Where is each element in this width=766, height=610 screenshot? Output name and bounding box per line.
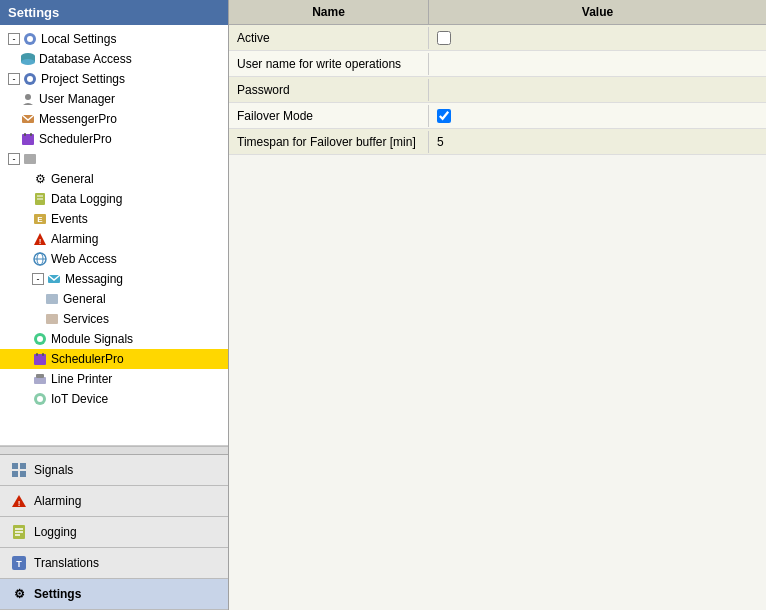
svg-text:!: ! — [18, 499, 21, 508]
expand-project-settings[interactable]: - — [8, 73, 20, 85]
signals-nav-icon — [10, 461, 28, 479]
svg-point-34 — [37, 396, 43, 402]
database-access-label: Database Access — [39, 52, 132, 66]
col-header-name: Name — [229, 0, 429, 24]
nav-btn-translations[interactable]: T Translations — [0, 548, 228, 579]
scrollbar[interactable] — [0, 446, 228, 454]
tree-item-events[interactable]: E Events — [0, 209, 228, 229]
svg-rect-25 — [46, 314, 58, 324]
tree-item-database-access[interactable]: Database Access — [0, 49, 228, 69]
settings-header: Settings — [0, 0, 228, 25]
svg-rect-24 — [46, 294, 58, 304]
scheduler-icon — [32, 351, 48, 367]
nav-btn-alarming[interactable]: ! Alarming — [0, 486, 228, 517]
log-nav-icon — [10, 523, 28, 541]
table-header: Name Value — [229, 0, 766, 25]
svg-rect-35 — [12, 463, 18, 469]
tree-item-alarming[interactable]: ! Alarming — [0, 229, 228, 249]
svg-rect-29 — [36, 353, 38, 356]
row-failover-value — [429, 105, 766, 127]
log-icon — [32, 191, 48, 207]
tree-item-module-signals[interactable]: Module Signals — [0, 329, 228, 349]
svg-rect-30 — [42, 353, 44, 356]
settings-nav-label: Settings — [34, 587, 81, 601]
nav-btn-logging[interactable]: Logging — [0, 517, 228, 548]
table-row: Active — [229, 25, 766, 51]
tree-item-project-settings[interactable]: - Project Settings — [0, 69, 228, 89]
main-content: Settings - Local Settings Database Acces… — [0, 0, 766, 610]
general-label: General — [51, 172, 94, 186]
svg-rect-9 — [22, 134, 34, 145]
settings-nav-icon: ⚙ — [10, 585, 28, 603]
svg-rect-32 — [36, 374, 44, 378]
tree-item-iot-device[interactable]: IoT Device — [0, 389, 228, 409]
expand-group[interactable]: - — [8, 153, 20, 165]
row-active-value — [429, 27, 766, 49]
row-failover-name: Failover Mode — [229, 105, 429, 127]
row-timespan-value: 5 — [429, 131, 766, 153]
svg-point-1 — [27, 36, 33, 42]
tree-item-messenger-pro[interactable]: MessengerPro — [0, 109, 228, 129]
messaging-label: Messaging — [65, 272, 123, 286]
tree-item-scheduler-pro-top[interactable]: SchedulerPro — [0, 129, 228, 149]
svg-text:!: ! — [39, 237, 42, 246]
row-username-value — [429, 60, 766, 68]
tree-item-scheduler-pro[interactable]: SchedulerPro — [0, 349, 228, 369]
failover-checkbox[interactable] — [437, 109, 451, 123]
events-label: Events — [51, 212, 88, 226]
app-container: Settings - Local Settings Database Acces… — [0, 0, 766, 610]
module-icon — [32, 331, 48, 347]
row-username-name: User name for write operations — [229, 53, 429, 75]
svg-rect-38 — [20, 471, 26, 477]
services-icon — [44, 311, 60, 327]
expand-local-settings[interactable]: - — [8, 33, 20, 45]
tree-item-general[interactable]: ⚙ General — [0, 169, 228, 189]
tree-item-messaging[interactable]: - Messaging — [0, 269, 228, 289]
svg-rect-31 — [34, 377, 46, 384]
web-access-label: Web Access — [51, 252, 117, 266]
events-icon: E — [32, 211, 48, 227]
settings-title: Settings — [8, 5, 59, 20]
svg-point-4 — [21, 59, 35, 65]
scheduler-pro-label: SchedulerPro — [51, 352, 124, 366]
svg-rect-28 — [34, 354, 46, 365]
scheduler-pro-top-label: SchedulerPro — [39, 132, 112, 146]
module-signals-label: Module Signals — [51, 332, 133, 346]
alarm-nav-icon: ! — [10, 492, 28, 510]
tree-item-user-manager[interactable]: User Manager — [0, 89, 228, 109]
messaging-icon — [46, 271, 62, 287]
tree-item-local-settings[interactable]: - Local Settings — [0, 29, 228, 49]
db-icon — [20, 51, 36, 67]
table-body: Active User name for write operations Pa… — [229, 25, 766, 610]
local-settings-label: Local Settings — [41, 32, 116, 46]
messaging-general-label: General — [63, 292, 106, 306]
bottom-nav: Signals ! Alarming Logging T — [0, 454, 228, 610]
messenger-icon — [20, 111, 36, 127]
left-panel: Settings - Local Settings Database Acces… — [0, 0, 229, 610]
tree-item-web-access[interactable]: Web Access — [0, 249, 228, 269]
tree-item-line-printer[interactable]: Line Printer — [0, 369, 228, 389]
col-header-value: Value — [429, 0, 766, 24]
tree-item-data-logging[interactable]: Data Logging — [0, 189, 228, 209]
messaging-services-label: Services — [63, 312, 109, 326]
tree-item-group[interactable]: - — [0, 149, 228, 169]
row-password-value — [429, 86, 766, 94]
user-manager-label: User Manager — [39, 92, 115, 106]
scheduler-top-icon — [20, 131, 36, 147]
tree-item-messaging-services[interactable]: Services — [0, 309, 228, 329]
nav-btn-settings[interactable]: ⚙ Settings — [0, 579, 228, 610]
translations-label: Translations — [34, 556, 99, 570]
svg-rect-11 — [30, 133, 32, 136]
web-icon — [32, 251, 48, 267]
active-checkbox[interactable] — [437, 31, 451, 45]
table-row: Failover Mode — [229, 103, 766, 129]
table-row: Timespan for Failover buffer [min] 5 — [229, 129, 766, 155]
tree-item-messaging-general[interactable]: General — [0, 289, 228, 309]
translate-nav-icon: T — [10, 554, 28, 572]
nav-btn-signals[interactable]: Signals — [0, 455, 228, 486]
project-icon — [22, 71, 38, 87]
svg-point-6 — [27, 76, 33, 82]
expand-messaging[interactable]: - — [32, 273, 44, 285]
row-password-name: Password — [229, 79, 429, 101]
svg-text:T: T — [16, 559, 22, 569]
